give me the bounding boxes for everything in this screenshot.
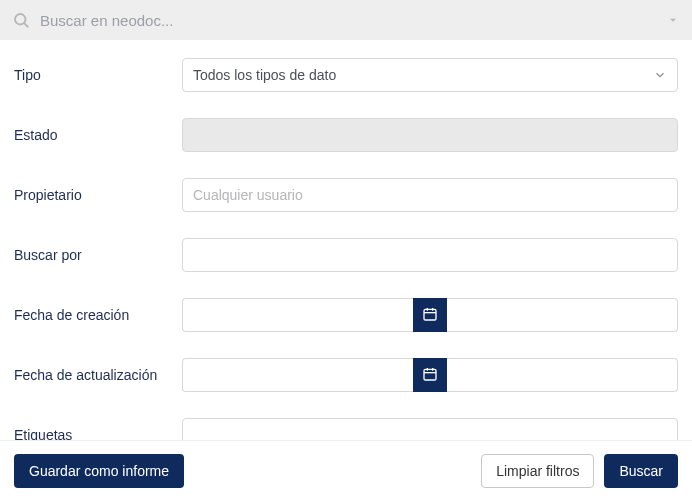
row-estado: Estado <box>14 118 678 152</box>
search-button[interactable]: Buscar <box>604 454 678 488</box>
calendar-button-actualizacion[interactable] <box>413 358 447 392</box>
input-etiquetas[interactable] <box>182 418 678 440</box>
svg-rect-6 <box>424 369 436 380</box>
row-tipo: Tipo Todos los tipos de dato <box>14 58 678 92</box>
advanced-search-form: Tipo Todos los tipos de dato Estado Prop… <box>0 40 692 440</box>
search-button-label: Buscar <box>619 463 663 479</box>
row-buscar-por: Buscar por <box>14 238 678 272</box>
label-fecha-actualizacion: Fecha de actualización <box>14 367 182 383</box>
row-propietario: Propietario Cualquier usuario <box>14 178 678 212</box>
input-propietario-placeholder: Cualquier usuario <box>193 187 303 203</box>
chevron-down-icon <box>653 68 667 82</box>
calendar-button-creacion[interactable] <box>413 298 447 332</box>
row-etiquetas: Etiquetas <box>14 418 678 440</box>
search-icon <box>12 11 30 29</box>
search-input[interactable] <box>40 12 656 29</box>
input-fecha-creacion-to[interactable] <box>447 298 678 332</box>
label-buscar-por: Buscar por <box>14 247 182 263</box>
footer-bar: Guardar como informe Limpiar filtros Bus… <box>0 440 692 500</box>
clear-filters-button[interactable]: Limpiar filtros <box>481 454 594 488</box>
label-etiquetas: Etiquetas <box>14 427 182 440</box>
save-report-label: Guardar como informe <box>29 463 169 479</box>
select-tipo-value: Todos los tipos de dato <box>193 67 336 83</box>
svg-line-1 <box>24 23 28 27</box>
label-tipo: Tipo <box>14 67 182 83</box>
row-fecha-creacion: Fecha de creación <box>14 298 678 332</box>
input-buscar-por[interactable] <box>182 238 678 272</box>
searchbar <box>0 0 692 40</box>
save-report-button[interactable]: Guardar como informe <box>14 454 184 488</box>
calendar-icon <box>422 366 438 385</box>
clear-filters-label: Limpiar filtros <box>496 463 579 479</box>
collapse-icon[interactable] <box>666 13 680 27</box>
input-propietario[interactable]: Cualquier usuario <box>182 178 678 212</box>
select-tipo[interactable]: Todos los tipos de dato <box>182 58 678 92</box>
input-fecha-actualizacion-to[interactable] <box>447 358 678 392</box>
input-estado[interactable] <box>182 118 678 152</box>
label-fecha-creacion: Fecha de creación <box>14 307 182 323</box>
label-estado: Estado <box>14 127 182 143</box>
label-propietario: Propietario <box>14 187 182 203</box>
calendar-icon <box>422 306 438 325</box>
row-fecha-actualizacion: Fecha de actualización <box>14 358 678 392</box>
svg-rect-2 <box>424 309 436 320</box>
input-fecha-actualizacion-from[interactable] <box>182 358 413 392</box>
input-fecha-creacion-from[interactable] <box>182 298 413 332</box>
